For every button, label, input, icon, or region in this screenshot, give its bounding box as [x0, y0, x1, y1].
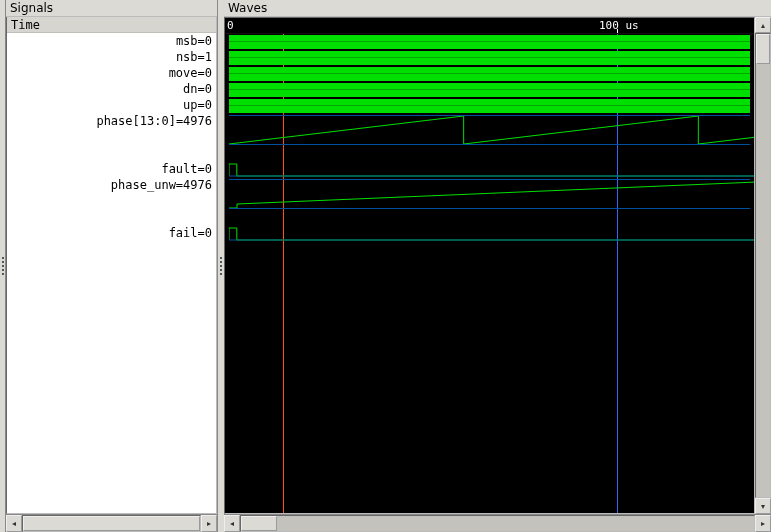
- wave-row: [229, 114, 750, 146]
- blank-row: [7, 145, 216, 161]
- signal-row[interactable]: dn=0: [7, 81, 216, 97]
- scroll-left-button[interactable]: ◂: [6, 515, 22, 532]
- digital-wave: [229, 35, 750, 49]
- wave-row: [229, 34, 750, 50]
- waves-hscrollbar[interactable]: ◂ ▸: [224, 514, 771, 532]
- scroll-right-button[interactable]: ▸: [755, 515, 771, 532]
- scroll-right-button[interactable]: ▸: [201, 515, 217, 532]
- bus-outline: [229, 179, 750, 209]
- wave-area[interactable]: [225, 34, 754, 513]
- signal-row[interactable]: nsb=1: [7, 49, 216, 65]
- wave-row: [229, 162, 750, 178]
- gutter-grip-icon: [0, 257, 5, 275]
- scroll-left-button[interactable]: ◂: [224, 515, 240, 532]
- signal-row[interactable]: fail=0: [7, 225, 216, 241]
- signal-row[interactable]: fault=0: [7, 161, 216, 177]
- scroll-thumb[interactable]: [23, 516, 200, 531]
- signals-panel: Signals Time msb=0nsb=1move=0dn=0up=0pha…: [6, 0, 218, 532]
- waves-vscrollbar[interactable]: ▴ ▾: [755, 17, 771, 514]
- scroll-thumb-v[interactable]: [756, 34, 770, 64]
- scroll-thumb[interactable]: [241, 516, 277, 531]
- pulse-wave: [229, 162, 755, 178]
- wave-row: [229, 98, 750, 114]
- time-ruler[interactable]: 0 100 us: [225, 18, 754, 34]
- signal-row[interactable]: move=0: [7, 65, 216, 81]
- scroll-down-button[interactable]: ▾: [755, 498, 771, 514]
- waves-header: Waves: [224, 0, 771, 17]
- signal-row[interactable]: phase_unw=4976: [7, 177, 216, 209]
- scroll-up-button[interactable]: ▴: [755, 17, 771, 33]
- digital-wave: [229, 51, 750, 65]
- pulse-wave: [229, 226, 755, 242]
- wave-canvas[interactable]: 0 100 us: [224, 17, 755, 514]
- digital-wave: [229, 67, 750, 81]
- wave-row: [229, 226, 750, 242]
- blank-row: [7, 209, 216, 225]
- wave-row: [229, 50, 750, 66]
- waves-panel: Waves 0 100 us ▴ ▾ ◂ ▸: [224, 0, 771, 532]
- scroll-track[interactable]: [240, 515, 755, 532]
- bus-outline: [229, 115, 750, 145]
- wave-row: [229, 82, 750, 98]
- signals-header: Signals: [6, 0, 217, 17]
- wave-row: [229, 178, 750, 210]
- signals-hscrollbar[interactable]: ◂ ▸: [6, 514, 217, 532]
- digital-wave: [229, 83, 750, 97]
- signal-list[interactable]: Time msb=0nsb=1move=0dn=0up=0phase[13:0]…: [6, 17, 217, 514]
- signal-row[interactable]: up=0: [7, 97, 216, 113]
- time-row[interactable]: Time: [7, 17, 216, 33]
- digital-wave: [229, 99, 750, 113]
- time-tick-zero: 0: [227, 19, 234, 32]
- scroll-track[interactable]: [22, 515, 201, 532]
- scroll-track-v[interactable]: [755, 33, 771, 498]
- signal-row[interactable]: phase[13:0]=4976: [7, 113, 216, 145]
- wave-row: [229, 66, 750, 82]
- time-tick-label: 100 us: [599, 19, 639, 32]
- time-tick-mark: [617, 29, 618, 33]
- signal-row[interactable]: msb=0: [7, 33, 216, 49]
